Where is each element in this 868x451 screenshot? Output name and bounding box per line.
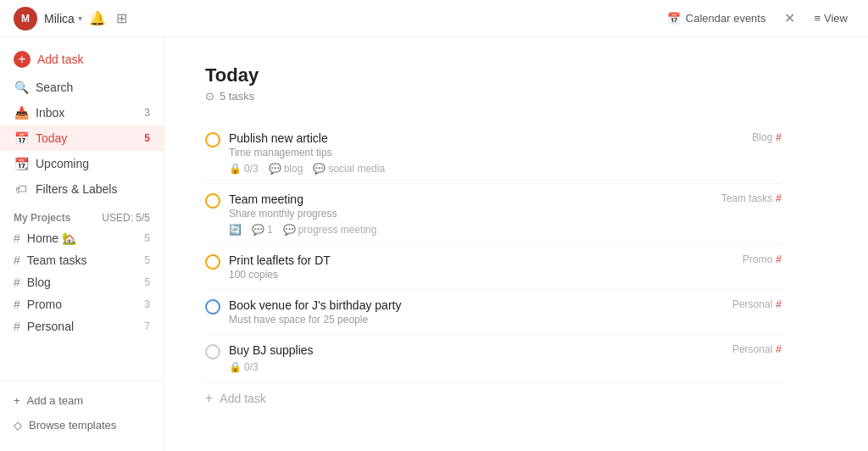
header-right: 📅 Calendar events ✕ ≡ View xyxy=(660,8,854,28)
project-count: 5 xyxy=(144,276,150,288)
sidebar-item-search[interactable]: 🔍 Search xyxy=(0,75,164,100)
chat-icon: 💬 xyxy=(269,163,281,175)
calendar-icon: 📅 xyxy=(667,12,681,25)
task-tag-hash: # xyxy=(776,131,782,143)
chat-icon: 💬 xyxy=(313,163,326,175)
plus-icon: + xyxy=(205,391,213,406)
view-icon: ≡ xyxy=(814,12,821,25)
browse-templates-label: Browse templates xyxy=(29,419,116,432)
project-name: Home 🏡 xyxy=(27,231,138,245)
layout-icon[interactable]: ⊞ xyxy=(116,10,127,26)
task-tag-hash: # xyxy=(776,192,782,204)
sidebar-item-today[interactable]: 📅 Today 5 xyxy=(0,125,164,151)
task-item: Buy BJ supplies 🔒0/3 Personal # xyxy=(205,335,782,382)
task-count-text: 5 tasks xyxy=(220,90,254,103)
task-checkbox[interactable] xyxy=(205,132,220,148)
project-item-promo[interactable]: # Promo 3 xyxy=(0,293,164,315)
app: M Milica ▾ 🔔 ⊞ 📅 Calendar events ✕ ≡ Vie… xyxy=(0,0,868,451)
task-title[interactable]: Buy BJ supplies xyxy=(229,343,724,357)
add-task-row[interactable]: + Add task xyxy=(205,382,782,415)
search-icon: 🔍 xyxy=(14,80,29,95)
inbox-icon: 📥 xyxy=(14,105,29,120)
header-left: M Milica ▾ 🔔 ⊞ xyxy=(14,7,127,31)
task-subtitle: Time management tips xyxy=(229,147,743,159)
hash-icon: # xyxy=(14,320,20,333)
view-label: View xyxy=(824,12,848,25)
close-calendar-button[interactable]: ✕ xyxy=(779,8,800,28)
add-team-button[interactable]: + Add a team xyxy=(0,388,164,413)
task-row: Book venue for J's birthday party Must h… xyxy=(205,298,782,326)
task-checkbox[interactable] xyxy=(205,344,220,359)
task-title[interactable]: Publish new article xyxy=(229,131,743,145)
task-count: ⊙ 5 tasks xyxy=(205,90,827,103)
task-title[interactable]: Team meeting xyxy=(229,192,713,206)
project-count: 7 xyxy=(144,320,150,332)
add-task-label: Add task xyxy=(37,53,83,66)
task-checkbox[interactable] xyxy=(205,193,220,209)
task-title[interactable]: Print leaflets for DT xyxy=(229,253,734,267)
task-checkbox[interactable] xyxy=(205,254,220,270)
header: M Milica ▾ 🔔 ⊞ 📅 Calendar events ✕ ≡ Vie… xyxy=(0,0,868,37)
add-task-inline-label: Add task xyxy=(220,392,265,405)
project-count: 3 xyxy=(144,298,150,310)
task-tag-label: Personal xyxy=(732,298,772,310)
task-tag-label: Blog xyxy=(752,131,772,143)
avatar: M xyxy=(14,7,37,31)
task-body: Team meeting Share monthly progress 🔄 💬1… xyxy=(229,192,713,236)
meta-social-tag: 💬social media xyxy=(313,163,385,175)
user-name[interactable]: Milica ▾ xyxy=(44,12,82,25)
project-name: Team tasks xyxy=(27,253,138,267)
task-subtitle: Share monthly progress xyxy=(229,208,713,220)
add-task-button[interactable]: + Add task xyxy=(0,44,164,75)
task-meta: 🔒0/3 xyxy=(229,361,724,373)
plus-icon: + xyxy=(14,394,20,407)
sidebar-item-filters[interactable]: 🏷 Filters & Labels xyxy=(0,176,164,202)
meta-repeat: 🔄 xyxy=(229,224,242,236)
sidebar-item-label: Inbox xyxy=(36,106,64,120)
project-count: 5 xyxy=(144,232,150,244)
hash-icon: # xyxy=(14,276,20,289)
chat-icon: 💬 xyxy=(283,224,296,236)
meta-blog-tag: 💬blog xyxy=(269,163,303,175)
meta-subtasks: 🔒0/3 xyxy=(229,361,259,373)
task-title[interactable]: Book venue for J's birthday party xyxy=(229,298,724,312)
projects-used-text: USED: 5/5 xyxy=(102,212,150,224)
task-item: Team meeting Share monthly progress 🔄 💬1… xyxy=(205,184,782,245)
chevron-down-icon: ▾ xyxy=(78,14,82,23)
project-item-home[interactable]: # Home 🏡 5 xyxy=(0,227,164,249)
sidebar-item-upcoming[interactable]: 📆 Upcoming xyxy=(0,151,164,176)
main: + Add task 🔍 Search 📥 Inbox 3 📅 Today 5 … xyxy=(0,37,868,451)
upcoming-icon: 📆 xyxy=(14,156,29,171)
task-right: Team tasks # xyxy=(721,192,782,204)
browse-templates-button[interactable]: ◇ Browse templates xyxy=(0,413,164,437)
projects-section-header: My Projects USED: 5/5 xyxy=(0,202,164,227)
task-tag-hash: # xyxy=(776,298,782,310)
task-right: Personal # xyxy=(732,343,782,355)
task-right: Promo # xyxy=(743,253,782,265)
project-item-team-tasks[interactable]: # Team tasks 5 xyxy=(0,249,164,271)
project-name: Blog xyxy=(27,276,138,289)
view-button[interactable]: ≡ View xyxy=(807,8,854,28)
task-right: Blog # xyxy=(752,131,782,143)
task-tag-label: Promo xyxy=(743,253,772,265)
task-checkbox[interactable] xyxy=(205,299,220,315)
sidebar-footer: + Add a team ◇ Browse templates xyxy=(0,381,164,444)
projects-header-text: My Projects xyxy=(14,212,70,224)
project-item-personal[interactable]: # Personal 7 xyxy=(0,315,164,337)
hash-icon: # xyxy=(14,253,20,267)
content: Today ⊙ 5 tasks Publish new article Time… xyxy=(164,37,868,451)
today-badge: 5 xyxy=(144,132,150,144)
add-circle-icon: + xyxy=(14,51,31,68)
lock-icon: 🔒 xyxy=(229,361,242,373)
bell-icon[interactable]: 🔔 xyxy=(89,10,106,26)
task-meta: 🔒0/3 💬blog 💬social media xyxy=(229,163,743,175)
meta-meeting-tag: 💬progress meeting xyxy=(283,224,377,236)
add-team-label: Add a team xyxy=(27,394,84,407)
project-item-blog[interactable]: # Blog 5 xyxy=(0,271,164,293)
calendar-events-button[interactable]: 📅 Calendar events xyxy=(660,8,773,28)
hash-icon: # xyxy=(14,231,20,245)
sidebar-item-inbox[interactable]: 📥 Inbox 3 xyxy=(0,100,164,125)
repeat-icon: 🔄 xyxy=(229,224,242,236)
task-item: Book venue for J's birthday party Must h… xyxy=(205,290,782,335)
task-tag-hash: # xyxy=(776,343,782,355)
